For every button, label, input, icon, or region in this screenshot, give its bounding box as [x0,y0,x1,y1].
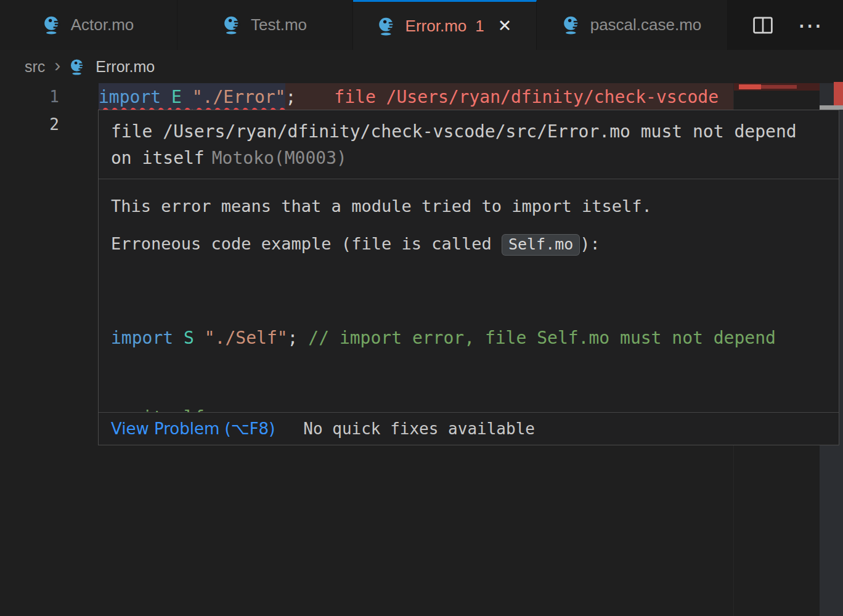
diagnostic-source: Motoko(M0003) [212,148,347,168]
breadcrumb-folder[interactable]: src [25,58,45,76]
string-token: "./Error" [192,87,286,107]
more-actions-icon[interactable]: ⋯ [797,13,823,38]
editor-actions: ⋯ [752,0,843,50]
tab-test[interactable]: Test.mo [177,0,353,50]
explanation-text: This error means that a module tried to … [111,196,826,217]
motoko-file-icon [70,59,86,75]
motoko-file-icon [378,17,397,36]
motoko-file-icon [223,15,242,34]
comment-token: // import error, file Self.mo must not d… [308,328,776,348]
identifier-token: S [184,328,205,348]
problem-count-badge: 1 [475,17,484,36]
code-block-line: import S "./Self"; // import error, file… [111,325,826,351]
overview-ruler-error-marker [834,82,843,105]
example-intro: Erroneous code example (file is called S… [111,233,826,255]
keyword-token: import [111,328,184,348]
inline-error-message: file /Users/ryan/dfinity/check-vscode [334,87,719,107]
tab-label: Actor.mo [71,15,134,34]
chevron-right-icon: › [54,55,60,76]
tab-pascal-case[interactable]: pascal.case.mo [537,0,728,50]
no-quick-fixes-text: No quick fixes available [303,419,535,438]
breadcrumb: src › Error.mo [0,50,843,83]
punctuation-token: ; [288,328,309,348]
hover-markdown: This error means that a module tried to … [99,196,839,445]
tab-error-active[interactable]: Error.mo 1 ✕ [353,0,537,50]
motoko-file-icon [43,15,62,34]
inline-code-chip: Self.mo [502,234,580,256]
minimap-error-segment [739,84,761,89]
code-content: import E "./Error";file /Users/ryan/dfin… [99,83,733,111]
line-number: 2 [0,111,99,139]
tab-label: Test.mo [251,15,307,34]
hover-divider [99,179,839,179]
tab-bar: Actor.mo Test.mo Error.mo 1 ✕ [0,0,843,50]
breadcrumb-file[interactable]: Error.mo [96,58,155,76]
error-hover-widget: file /Users/ryan/dfinity/check-vscode/sr… [98,110,839,445]
minimap-error-segment [761,85,797,89]
diagnostic-message: file /Users/ryan/dfinity/check-vscode/sr… [99,110,839,179]
tab-actor[interactable]: Actor.mo [0,0,177,50]
string-token: "./Self" [205,328,288,348]
example-intro-text: ): [580,234,600,253]
scrollbar-slider[interactable] [820,105,843,110]
error-squiggle-range: import E "./Error" [99,83,285,111]
punctuation-token: ; [285,87,296,107]
example-intro-text: Erroneous code example (file is called [111,234,502,253]
keyword-token: import [99,87,171,107]
tab-label: pascal.case.mo [590,15,702,34]
tab-label: Error.mo [405,17,467,36]
line-number: 1 [0,83,99,111]
errorlens-line-background: ;file /Users/ryan/dfinity/check-vscode [285,83,733,111]
code-line-1[interactable]: 1 import E "./Error";file /Users/ryan/df… [0,83,843,111]
close-icon[interactable]: ✕ [498,18,512,34]
minimap-error-line [734,83,820,91]
motoko-file-icon [563,15,582,34]
view-problem-link[interactable]: View Problem (⌥F8) [111,419,275,438]
hover-status-bar: View Problem (⌥F8) No quick fixes availa… [99,412,839,445]
editor: 1 import E "./Error";file /Users/ryan/df… [0,83,843,616]
identifier-token: E [171,87,192,107]
split-editor-icon[interactable] [752,14,774,36]
